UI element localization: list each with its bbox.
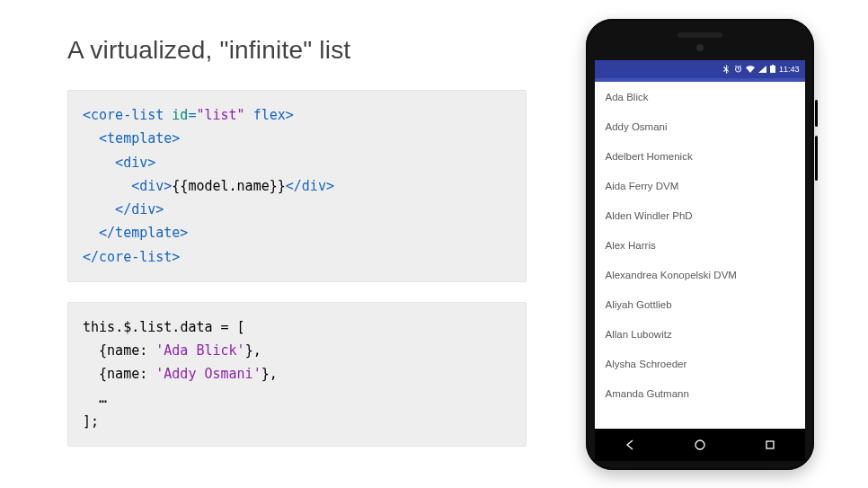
- phone-side-button: [815, 136, 818, 181]
- slide-title: A virtualized, "infinite" list: [67, 36, 527, 65]
- list-item[interactable]: Aida Ferry DVM: [595, 171, 805, 200]
- code-line: </template>: [83, 221, 511, 244]
- svg-point-3: [695, 440, 704, 449]
- code-line: <div>: [83, 151, 511, 174]
- left-column: A virtualized, "infinite" list <core-lis…: [0, 0, 562, 488]
- code-line: this.$.list.data = [: [83, 315, 511, 339]
- code-line: {name: 'Ada Blick'},: [83, 339, 511, 362]
- code-line: <core-list id="list" flex>: [83, 103, 511, 127]
- code-line: </div>: [83, 198, 511, 221]
- code-line: ];: [83, 410, 511, 433]
- phone-screen: 11:43 Ada Blick Addy Osmani Adelbert Hom…: [595, 60, 805, 429]
- list-item[interactable]: Amanda Gutmann: [595, 378, 805, 408]
- code-block-js: this.$.list.data = [ {name: 'Ada Blick'}…: [67, 302, 527, 447]
- battery-icon: [770, 65, 775, 73]
- code-line: </core-list>: [83, 245, 511, 269]
- list-item[interactable]: Alysha Schroeder: [595, 349, 805, 378]
- code-line: <template>: [83, 127, 511, 150]
- svg-rect-4: [766, 441, 774, 448]
- code-line: <div>{{model.name}}</div>: [83, 174, 511, 198]
- code-line: …: [83, 386, 511, 410]
- list-item[interactable]: Adelbert Homenick: [595, 141, 805, 171]
- signal-icon: [758, 66, 766, 73]
- code-block-html: <core-list id="list" flex> <template> <d…: [67, 90, 527, 282]
- bluetooth-icon: [723, 65, 731, 74]
- contact-list[interactable]: Ada Blick Addy Osmani Adelbert Homenick …: [595, 82, 805, 429]
- nav-home-button[interactable]: [693, 438, 707, 452]
- slide: A virtualized, "infinite" list <core-lis…: [0, 0, 868, 488]
- status-time: 11:43: [779, 65, 800, 74]
- list-item[interactable]: Ada Blick: [595, 82, 805, 111]
- list-item[interactable]: Aliyah Gottlieb: [595, 289, 805, 319]
- list-item[interactable]: Alex Harris: [595, 230, 805, 260]
- list-item[interactable]: Allan Lubowitz: [595, 319, 805, 349]
- android-nav-bar: [595, 429, 805, 461]
- phone-side-button: [815, 100, 818, 127]
- svg-rect-1: [770, 66, 775, 73]
- svg-rect-2: [772, 65, 774, 66]
- list-item[interactable]: Alexandrea Konopelski DVM: [595, 260, 805, 289]
- list-item[interactable]: Addy Osmani: [595, 111, 805, 141]
- status-bar: 11:43: [595, 60, 805, 78]
- phone-frame: 11:43 Ada Blick Addy Osmani Adelbert Hom…: [586, 19, 814, 470]
- phone-camera: [696, 44, 704, 51]
- wifi-icon: [746, 66, 755, 73]
- code-line: {name: 'Addy Osmani'},: [83, 362, 511, 386]
- nav-recent-button[interactable]: [763, 438, 777, 452]
- right-column: 11:43 Ada Blick Addy Osmani Adelbert Hom…: [562, 0, 868, 488]
- list-item[interactable]: Alden Windler PhD: [595, 200, 805, 230]
- alarm-icon: [734, 65, 742, 73]
- nav-back-button[interactable]: [623, 438, 637, 452]
